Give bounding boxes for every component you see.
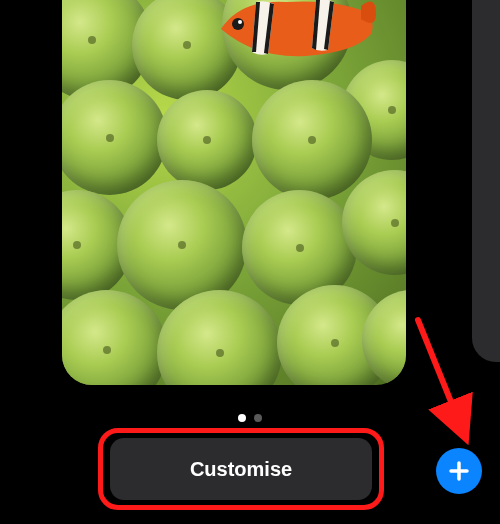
page-indicator bbox=[0, 414, 500, 422]
add-wallpaper-button[interactable] bbox=[436, 448, 482, 494]
customise-button[interactable]: Customise bbox=[110, 438, 372, 500]
plus-icon bbox=[447, 459, 471, 483]
customise-button-label: Customise bbox=[190, 458, 292, 481]
bottom-action-row: Customise bbox=[0, 428, 500, 510]
adjacent-wallpaper-peek[interactable] bbox=[472, 0, 500, 362]
wallpaper-preview-card[interactable] bbox=[62, 0, 406, 385]
clownfish-image bbox=[216, 0, 376, 64]
svg-point-1 bbox=[238, 20, 242, 24]
page-dot-inactive bbox=[254, 414, 262, 422]
page-dot-active bbox=[238, 414, 246, 422]
svg-point-0 bbox=[232, 18, 244, 30]
